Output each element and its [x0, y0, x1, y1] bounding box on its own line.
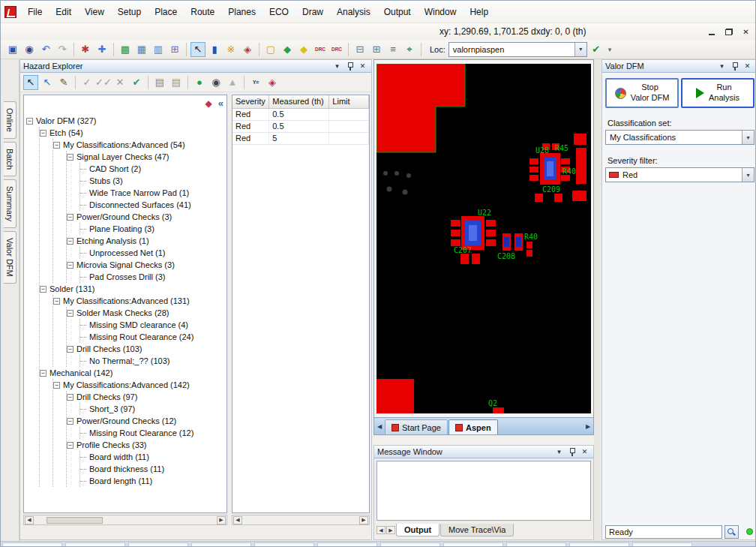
- via-grid-icon[interactable]: ⊞: [167, 42, 182, 57]
- route-trace-icon[interactable]: ※: [224, 42, 238, 57]
- tree-item[interactable]: Stubs (3): [80, 175, 226, 187]
- document-tab-aspen[interactable]: Aspen: [448, 419, 498, 434]
- menu-help[interactable]: Help: [463, 4, 495, 20]
- tree-collapse-icon[interactable]: −: [67, 310, 74, 317]
- tree-collapse-icon[interactable]: −: [53, 382, 60, 389]
- tree-item[interactable]: Missing Rout Clearance (12): [80, 427, 226, 439]
- add-part-icon[interactable]: ✚: [94, 42, 110, 57]
- column-header-severity[interactable]: Severity: [232, 95, 269, 108]
- pick-hazard-icon[interactable]: ↖: [40, 75, 55, 90]
- side-tab-valor-dfm[interactable]: Valor DFM: [4, 231, 16, 284]
- minimize-button[interactable]: [704, 26, 719, 38]
- message-tab-output[interactable]: Output: [396, 524, 440, 536]
- tree-collapse-icon[interactable]: −: [67, 214, 74, 221]
- drc-icon[interactable]: DRC: [313, 42, 328, 57]
- tree-item[interactable]: Board thickness (11): [80, 463, 226, 475]
- check-yellow-icon[interactable]: ◆: [296, 42, 311, 57]
- tree-item[interactable]: −Microvia Signal Checks (3): [67, 259, 226, 271]
- undo-icon[interactable]: ↶: [38, 42, 53, 57]
- tree-collapse-icon[interactable]: −: [67, 418, 74, 425]
- scroll-right-icon[interactable]: ▶: [217, 516, 226, 524]
- tree-item[interactable]: −Power/Ground Checks (12): [67, 415, 226, 427]
- report-icon[interactable]: ▤: [152, 75, 167, 90]
- menu-edit[interactable]: Edit: [49, 4, 78, 20]
- column-header-limit[interactable]: Limit: [329, 95, 369, 108]
- chevron-down-icon[interactable]: ▾: [742, 168, 754, 182]
- panel-menu-button[interactable]: ▾: [332, 62, 343, 71]
- scroll-right-icon[interactable]: ▶: [359, 516, 368, 524]
- menu-setup[interactable]: Setup: [111, 4, 148, 20]
- tree-item[interactable]: −Solder Mask Checks (28): [67, 307, 226, 319]
- tree-item[interactable]: −Etching Analysis (1): [67, 235, 226, 247]
- probe-icon[interactable]: ⌖: [402, 42, 417, 57]
- msg-tab-scroll-left-icon[interactable]: ◀: [376, 526, 386, 534]
- redo-icon[interactable]: ↷: [55, 42, 70, 57]
- tree-item[interactable]: CAD Short (2): [80, 163, 226, 175]
- tree-item[interactable]: Board length (11): [80, 475, 226, 487]
- tree-item[interactable]: −Solder (131): [40, 283, 226, 295]
- menu-eco[interactable]: ECO: [262, 4, 296, 20]
- menu-window[interactable]: Window: [418, 4, 464, 20]
- panel-splitter[interactable]: [594, 59, 602, 541]
- run-analysis-button[interactable]: RunAnalysis: [681, 78, 754, 108]
- collapse-all-icon[interactable]: «: [218, 98, 224, 109]
- layer-stack-icon[interactable]: ≡: [386, 42, 400, 57]
- table-row[interactable]: Red0.5: [232, 121, 369, 133]
- menu-file[interactable]: File: [21, 4, 49, 20]
- tree-item[interactable]: −Drill Checks (97): [67, 391, 226, 403]
- restore-button[interactable]: [721, 26, 736, 38]
- scroll-left-icon[interactable]: ◀: [233, 516, 242, 524]
- tree-collapse-icon[interactable]: −: [53, 298, 60, 305]
- ball-icon[interactable]: ●: [192, 75, 207, 90]
- tree-item[interactable]: Missing SMD clearance (4): [80, 319, 226, 331]
- paste-icon[interactable]: ⊞: [369, 42, 384, 57]
- tree-item[interactable]: −My Classifications:Advanced (131): [53, 295, 226, 307]
- search-button[interactable]: [724, 525, 739, 539]
- hatch-icon[interactable]: ▥: [151, 42, 166, 57]
- menu-route[interactable]: Route: [184, 4, 221, 20]
- chevron-down-icon[interactable]: ▾: [742, 131, 754, 144]
- panel-menu-button[interactable]: ▾: [716, 62, 728, 71]
- verify-icon[interactable]: ✔: [129, 75, 144, 90]
- close-button[interactable]: ✕: [738, 26, 754, 38]
- drc-edit-icon[interactable]: DRC: [329, 42, 344, 57]
- report-edit-icon[interactable]: ▤: [169, 75, 184, 90]
- side-tab-summary[interactable]: Summary: [4, 179, 16, 228]
- document-tab-start-page[interactable]: Start Page: [385, 419, 448, 434]
- select-hazard-icon[interactable]: ↖: [23, 75, 38, 90]
- triangle-icon[interactable]: ▲: [225, 75, 240, 90]
- pcb-canvas[interactable]: U22C207C208R40U28R45C209R40Q2: [376, 64, 591, 413]
- tree-item[interactable]: Short_3 (97): [80, 403, 226, 415]
- tree-item[interactable]: No Thermal;_?? (103): [80, 355, 226, 367]
- side-tab-batch[interactable]: Batch: [4, 142, 16, 176]
- tree-item[interactable]: −Power/Ground Checks (3): [67, 211, 226, 223]
- severity-filter-combobox[interactable]: Red ▾: [605, 167, 754, 182]
- dark-ball-icon[interactable]: ◉: [208, 75, 224, 90]
- pin-button[interactable]: [344, 62, 356, 71]
- find-icon[interactable]: ◉: [22, 42, 37, 57]
- scroll-left-icon[interactable]: ◀: [25, 516, 34, 524]
- menu-analysis[interactable]: Analysis: [330, 4, 377, 20]
- approve-icon[interactable]: ✓: [80, 75, 94, 90]
- menu-view[interactable]: View: [78, 4, 111, 20]
- tune-route-icon[interactable]: ◈: [240, 42, 255, 57]
- tree-collapse-icon[interactable]: −: [67, 346, 74, 353]
- tree-item[interactable]: −Valor DFM (327): [26, 115, 226, 127]
- column-header-measured-th-[interactable]: Measured (th): [269, 95, 329, 108]
- classification-set-combobox[interactable]: My Classifications ▾: [605, 130, 754, 145]
- pin-button[interactable]: [566, 447, 578, 457]
- hazard-mark-icon[interactable]: ◆: [206, 98, 212, 109]
- tree-item[interactable]: −My Classifications:Advanced (54): [53, 139, 226, 151]
- check-green-icon[interactable]: ◆: [280, 42, 295, 57]
- tree-item[interactable]: −Mechanical (142): [40, 367, 226, 379]
- tree-item[interactable]: −My Classifications:Advanced (142): [53, 379, 226, 391]
- place-part-icon[interactable]: ✱: [78, 42, 93, 57]
- tree-item[interactable]: −Profile Checks (33): [67, 439, 226, 451]
- edit-hazard-icon[interactable]: ✎: [56, 75, 71, 90]
- tree-item[interactable]: −Etch (54): [40, 127, 226, 139]
- tree-collapse-icon[interactable]: −: [67, 154, 74, 161]
- tree-collapse-icon[interactable]: −: [40, 370, 46, 377]
- tree-collapse-icon[interactable]: −: [40, 286, 46, 293]
- tree-item[interactable]: Board width (11): [80, 451, 226, 463]
- apply-check-icon[interactable]: ✔: [589, 42, 604, 57]
